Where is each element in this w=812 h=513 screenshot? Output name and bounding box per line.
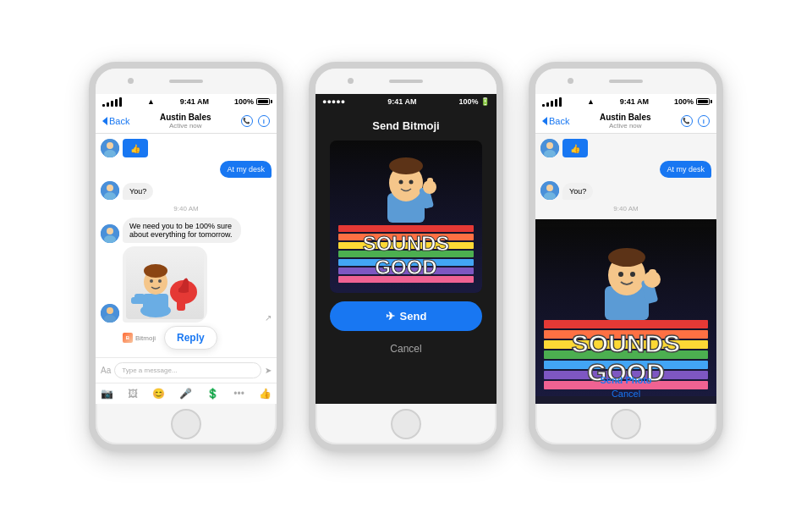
svg-point-42 — [546, 142, 553, 149]
call-button-1[interactable]: 📞 — [241, 115, 253, 127]
contact-status-3: Active now — [600, 122, 651, 130]
avatar-svg-long — [101, 224, 119, 243]
phone-1-messenger: ▲ 9:41 AM 100% Back Austin Bales Active … — [89, 62, 283, 451]
bubble-you: You? — [123, 183, 153, 200]
svg-point-17 — [150, 279, 153, 283]
send-bitmoji-title: Send Bitmoji — [372, 119, 439, 132]
avatar-svg-you-3 — [540, 181, 559, 200]
battery-2: 100% 🔋 — [458, 97, 490, 106]
thumbs-icon-3: 👍 — [562, 139, 588, 157]
battery-icon-3 — [696, 98, 710, 105]
messenger-header-1: Back Austin Bales Active now 📞 i — [96, 109, 277, 134]
contact-avatar-1 — [101, 139, 119, 157]
chat-area-3: 👍 At my desk You? 9:40 AM — [535, 134, 716, 219]
bitmoji-character-svg — [126, 250, 204, 319]
cancel-button[interactable]: Cancel — [387, 339, 425, 358]
avatar-svg-3 — [540, 139, 559, 157]
back-button-1[interactable]: Back — [102, 116, 129, 126]
signal-bar-4 — [115, 99, 118, 107]
avatar-svg-you — [101, 181, 119, 200]
payment-icon-toolbar[interactable]: 💲 — [206, 388, 219, 400]
contact-name-3: Austin Bales — [600, 113, 651, 122]
camera-icon-toolbar[interactable]: 📷 — [101, 388, 113, 400]
send-photo-button[interactable]: Send Photo — [600, 375, 651, 385]
wifi-icon-1: ▲ — [147, 97, 155, 106]
msg-outgoing-desk: At my desk — [101, 161, 272, 178]
signal-3 — [542, 97, 562, 107]
msg-outgoing-desk-3: At my desk — [540, 161, 711, 178]
cancel-photo-button[interactable]: Cancel — [612, 389, 640, 399]
thumbs-icon: 👍 — [123, 139, 148, 157]
signal-bar-3 — [111, 101, 113, 107]
mic-icon-toolbar[interactable]: 🎤 — [179, 388, 192, 400]
svg-text:SOUNDS: SOUNDS — [363, 232, 450, 255]
battery-area-3: 100% — [674, 97, 710, 106]
phone-content-1: ▲ 9:41 AM 100% Back Austin Bales Active … — [96, 94, 277, 404]
svg-point-37 — [409, 180, 414, 185]
avatar-you — [101, 181, 119, 200]
contact-status-1: Active now — [160, 122, 211, 130]
phone-top-3 — [535, 69, 716, 94]
header-icons-3: 📞 i — [681, 115, 710, 127]
battery-area-1: 100% — [234, 97, 270, 106]
battery-icon-1 — [256, 98, 270, 105]
svg-point-1 — [107, 142, 113, 149]
home-button-3[interactable] — [611, 409, 641, 439]
avatar-svg-1 — [101, 139, 119, 157]
text-style-icon[interactable]: Aa — [101, 366, 111, 375]
svg-point-59 — [608, 248, 645, 267]
camera-dot-3 — [568, 78, 573, 84]
time-1: 9:41 AM — [180, 97, 209, 106]
reply-button[interactable]: Reply — [164, 326, 217, 350]
camera-dot-2 — [348, 78, 354, 84]
back-chevron-1 — [102, 117, 107, 125]
phone-2-send-bitmoji: ●●●●● 9:41 AM 100% 🔋 Send Bitmoji — [309, 62, 503, 451]
avatar-bitmoji — [101, 304, 119, 323]
back-button-3[interactable]: Back — [542, 116, 569, 126]
msg-incoming-you-3: You? — [540, 181, 711, 200]
image-icon-toolbar[interactable]: 🖼 — [128, 388, 138, 400]
back-chevron-3 — [542, 117, 547, 125]
battery-fill-1 — [258, 100, 268, 103]
sticker-icon-toolbar[interactable]: 😊 — [152, 388, 165, 400]
svg-rect-64 — [649, 269, 656, 281]
phone-content-2: ●●●●● 9:41 AM 100% 🔋 Send Bitmoji — [315, 94, 497, 404]
msg-incoming-you: You? — [101, 181, 272, 200]
svg-point-4 — [107, 185, 113, 191]
call-button-3[interactable]: 📞 — [681, 115, 693, 127]
thumbsup-icon-toolbar[interactable]: 👍 — [259, 388, 272, 400]
timestamp-1: 9:40 AM — [101, 205, 272, 212]
svg-point-61 — [630, 272, 635, 277]
time-3: 9:41 AM — [620, 97, 649, 106]
bitmoji-full-preview: SOUNDS GOOD Send P — [535, 219, 716, 404]
svg-rect-20 — [177, 297, 185, 311]
sounds-good-full-svg: SOUNDS GOOD — [535, 227, 716, 396]
battery-pct-1: 100% — [234, 97, 254, 106]
send-arrow-icon[interactable]: ➤ — [265, 366, 272, 375]
phone-content-3: ▲ 9:41 AM 100% Back Austin Bales Active … — [535, 94, 716, 404]
timestamp-3: 9:40 AM — [540, 205, 711, 212]
info-button-3[interactable]: i — [698, 115, 710, 127]
avatar-long — [101, 224, 119, 243]
share-icon-1[interactable]: ↗ — [265, 313, 272, 323]
send-icon: ✈ — [386, 310, 395, 323]
bubble-desk: At my desk — [220, 161, 272, 178]
phone-3-photo-confirm: ▲ 9:41 AM 100% Back Austin Bales Active … — [529, 62, 723, 451]
message-input-1[interactable]: Type a message... — [114, 362, 261, 378]
info-button-1[interactable]: i — [258, 115, 270, 127]
wifi-icon-3: ▲ — [587, 97, 595, 106]
home-button-2[interactable] — [391, 409, 421, 439]
signal-bar-1 — [102, 104, 105, 107]
phone-top-2 — [315, 69, 497, 94]
svg-point-10 — [107, 307, 113, 314]
bitmoji-logo-icon: B — [123, 333, 133, 343]
svg-text:GOOD: GOOD — [375, 256, 436, 279]
bubble-you-3: You? — [562, 183, 593, 200]
home-button-1[interactable] — [171, 409, 201, 439]
sb2 — [546, 102, 549, 107]
sb1 — [542, 104, 545, 107]
more-icon-toolbar[interactable]: ••• — [233, 388, 244, 400]
send-button[interactable]: ✈ Send — [330, 301, 482, 331]
contact-avatar-3 — [540, 139, 559, 157]
time-2: 9:41 AM — [387, 97, 416, 106]
